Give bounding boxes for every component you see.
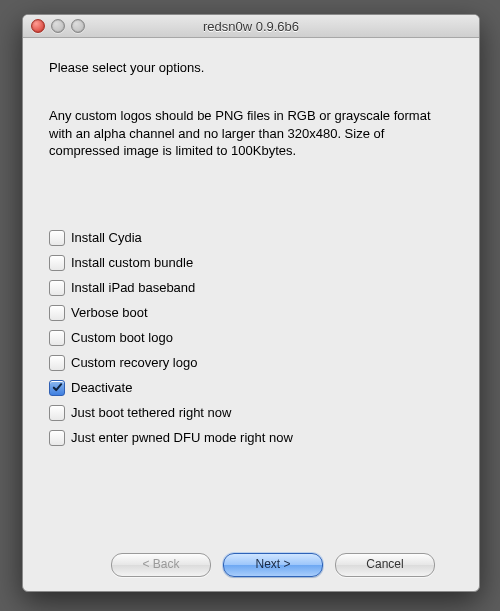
option-label: Install Cydia: [71, 230, 142, 245]
option-label: Deactivate: [71, 380, 132, 395]
options-group: Install CydiaInstall custom bundleInstal…: [49, 230, 453, 446]
option-row[interactable]: Deactivate: [49, 380, 453, 396]
option-row[interactable]: Just enter pwned DFU mode right now: [49, 430, 453, 446]
checkbox[interactable]: [49, 330, 65, 346]
option-row[interactable]: Custom recovery logo: [49, 355, 453, 371]
next-button[interactable]: Next >: [223, 553, 323, 577]
option-label: Just boot tethered right now: [71, 405, 231, 420]
checkbox[interactable]: [49, 280, 65, 296]
window-title: redsn0w 0.9.6b6: [23, 19, 479, 34]
logo-note: Any custom logos should be PNG files in …: [49, 107, 453, 160]
minimize-icon[interactable]: [51, 19, 65, 33]
checkbox[interactable]: [49, 405, 65, 421]
prompt-text: Please select your options.: [49, 60, 453, 75]
option-row[interactable]: Install Cydia: [49, 230, 453, 246]
option-label: Verbose boot: [71, 305, 148, 320]
checkbox[interactable]: [49, 430, 65, 446]
checkbox[interactable]: [49, 230, 65, 246]
checkbox[interactable]: [49, 305, 65, 321]
app-window: redsn0w 0.9.6b6 Please select your optio…: [22, 14, 480, 592]
traffic-lights: [31, 19, 85, 33]
option-row[interactable]: Custom boot logo: [49, 330, 453, 346]
zoom-icon[interactable]: [71, 19, 85, 33]
cancel-button[interactable]: Cancel: [335, 553, 435, 577]
checkbox[interactable]: [49, 255, 65, 271]
option-row[interactable]: Install iPad baseband: [49, 280, 453, 296]
footer: < Back Next > Cancel: [49, 539, 453, 591]
option-row[interactable]: Install custom bundle: [49, 255, 453, 271]
titlebar: redsn0w 0.9.6b6: [23, 15, 479, 38]
option-label: Install custom bundle: [71, 255, 193, 270]
option-label: Just enter pwned DFU mode right now: [71, 430, 293, 445]
option-row[interactable]: Verbose boot: [49, 305, 453, 321]
option-label: Install iPad baseband: [71, 280, 195, 295]
content-pane: Please select your options. Any custom l…: [23, 38, 479, 591]
checkbox[interactable]: [49, 355, 65, 371]
back-button: < Back: [111, 553, 211, 577]
option-label: Custom boot logo: [71, 330, 173, 345]
option-row[interactable]: Just boot tethered right now: [49, 405, 453, 421]
close-icon[interactable]: [31, 19, 45, 33]
option-label: Custom recovery logo: [71, 355, 197, 370]
checkbox[interactable]: [49, 380, 65, 396]
